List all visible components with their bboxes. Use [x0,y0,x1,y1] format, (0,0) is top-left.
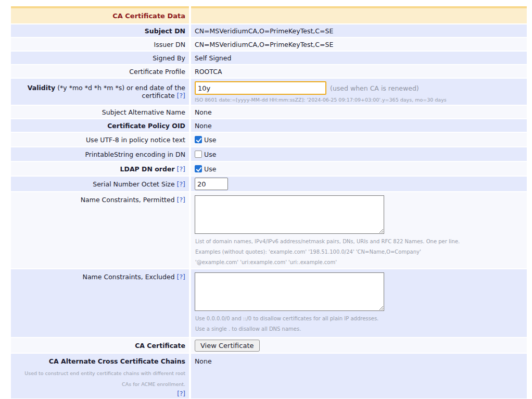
nc-permitted-textarea[interactable] [195,195,384,234]
nc-excluded-hint-1: Use 0.0.0.0/0 and ::/0 to disallow certi… [195,316,523,321]
printable-string-checkbox-label: Use [204,151,216,158]
signed-by-value: Self Signed [195,54,231,62]
ca-certificate-data-panel: CA Certificate Data Subject DN CN=MSVeri… [11,6,527,398]
certificate-profile-label: Certificate Profile [129,68,185,76]
page-title: CA Certificate Data [112,12,185,20]
ldap-dn-order-label: LDAP DN order[?] [120,165,185,173]
ldap-dn-order-help-link[interactable]: [?] [177,165,185,173]
subject-alt-name-value: None [195,108,212,116]
nc-excluded-textarea[interactable] [195,272,384,311]
alt-chains-value: None [195,357,212,365]
nc-permitted-hint-2: Examples (without quotes): 'example.com'… [195,249,523,255]
alt-chains-help-link[interactable]: [?] [17,390,185,397]
subject-dn-label: Subject DN [145,27,185,35]
nc-permitted-hint-3: '@example.com' 'uri:example.com' 'uri:.e… [195,259,523,265]
nc-excluded-help-link[interactable]: [?] [177,273,185,281]
issuer-dn-label: Issuer DN [154,41,185,48]
serial-octet-size-help-link[interactable]: [?] [177,180,185,188]
alt-chains-sublabel: Used to construct end entity certificate… [15,368,185,390]
validity-help-link[interactable]: [?] [177,92,185,99]
nc-permitted-help-link[interactable]: [?] [177,196,185,204]
ca-certificate-data-table: CA Certificate Data Subject DN CN=MSVeri… [11,6,527,398]
issuer-dn-value: CN=MSVeridiumCA,O=PrimeKeyTest,C=SE [195,41,333,48]
serial-octet-size-label: Serial Number Octet Size[?] [93,180,185,188]
utf8-policy-checkbox-label: Use [204,136,216,144]
ca-certificate-label: CA Certificate [135,342,185,350]
utf8-policy-checkbox[interactable] [195,136,202,143]
nc-excluded-label: Name Constraints, Excluded[?] [83,273,185,281]
validity-label: Validity (*y *mo *d *h *m *s) or end dat… [15,84,185,99]
subject-alt-name-label: Subject Alternative Name [102,108,185,116]
subject-dn-value: CN=MSVeridiumCA,O=PrimeKeyTest,C=SE [195,27,333,35]
view-certificate-button[interactable]: View Certificate [195,340,260,352]
validity-input[interactable] [195,81,326,95]
policy-oid-value: None [195,122,212,130]
signed-by-label: Signed By [153,54,185,62]
table-header-value-cell [191,6,527,23]
ldap-dn-order-checkbox[interactable] [195,165,202,172]
serial-octet-size-input[interactable] [195,178,228,190]
alt-chains-label: CA Alternate Cross Certificate Chains [15,357,185,365]
nc-excluded-hint-2: Use a single . to disallow all DNS names… [195,326,523,332]
certificate-profile-value: ROOTCA [195,68,222,76]
table-header-label-cell: CA Certificate Data [11,6,189,23]
utf8-policy-label: Use UTF-8 in policy notice text [86,136,185,144]
validity-renew-note: (used when CA is renewed) [330,84,419,92]
nc-permitted-label: Name Constraints, Permitted[?] [81,196,185,204]
nc-permitted-hint-1: List of domain names, IPv4/IPv6 address/… [195,239,523,244]
printable-string-checkbox[interactable] [195,151,202,158]
printable-string-label: PrintableString encoding in DN [85,151,185,158]
validity-iso-hint: ISO 8601 date:=[yyyy-MM-dd HH:mm:ssZZ]: … [195,97,523,103]
policy-oid-label: Certificate Policy OID [107,122,185,130]
ldap-dn-order-checkbox-label: Use [204,165,216,173]
